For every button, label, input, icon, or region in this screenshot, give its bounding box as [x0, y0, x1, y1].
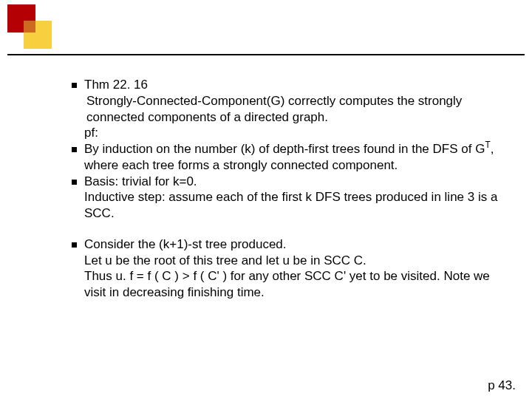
bullet-4-sub2: Thus u. f = f ( C ) > f ( C' ) for any o… — [84, 268, 505, 301]
logo-orange-square — [24, 21, 35, 33]
bullet-3: Basis: trivial for k=0. — [84, 174, 505, 190]
bullet-3-text: Basis: trivial for k=0. — [84, 174, 197, 190]
slide-body: Thm 22. 16 Strongly-Connected-Component(… — [84, 77, 505, 301]
bullet-2: By induction on the number (k) of depth-… — [84, 141, 505, 174]
bullet-4-text: Consider the (k+1)-st tree produced. — [84, 236, 287, 253]
square-bullet-icon — [72, 147, 77, 152]
bullet-3-sub: Inductive step: assume each of the first… — [84, 189, 505, 222]
bullet-1: Thm 22. 16 — [84, 77, 505, 93]
bullet-1-sub1: Strongly-Connected-Component(G) correctl… — [86, 93, 505, 126]
bullet-4-sub1: Let u be the root of this tree and let u… — [84, 253, 505, 269]
square-bullet-icon — [72, 83, 77, 88]
bullet-2-pre: By induction on the number (k) of depth-… — [84, 142, 485, 156]
square-bullet-icon — [72, 180, 77, 185]
bullet-1-sub2: pf: — [84, 125, 505, 141]
square-bullet-icon — [72, 242, 77, 248]
bullet-2-text: By induction on the number (k) of depth-… — [84, 141, 505, 174]
corner-logo — [7, 4, 65, 50]
paragraph-gap — [84, 222, 505, 236]
bullet-2-sup: T — [485, 140, 490, 150]
bullet-4: Consider the (k+1)-st tree produced. — [84, 236, 505, 253]
bullet-1-text: Thm 22. 16 — [84, 77, 148, 93]
title-underline — [7, 54, 525, 55]
page-number: p 43. — [488, 378, 516, 393]
